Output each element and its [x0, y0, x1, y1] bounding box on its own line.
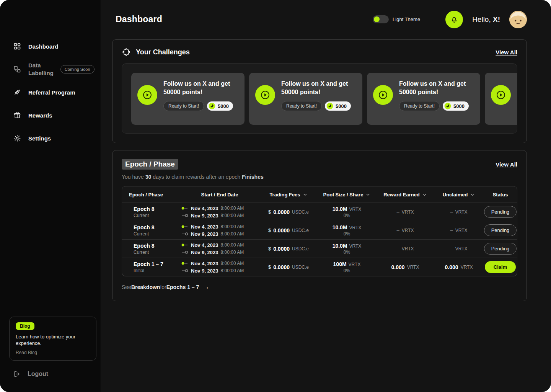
reward-value: –	[396, 209, 399, 215]
challenge-status-badge: Ready to Start!	[399, 101, 440, 111]
sidebar-item-dashboard[interactable]: Dashboard	[0, 38, 101, 55]
play-button[interactable]	[491, 85, 511, 105]
reward-unit: VRTX	[402, 209, 414, 215]
sidebar: Dashboard Data Labelling Coming Soon Ref…	[0, 0, 101, 392]
greeting: Hello, X!	[472, 15, 500, 24]
challenge-text: Follow us on X and get 50000 points!	[517, 80, 517, 96]
fee-currency: $	[268, 209, 271, 215]
fee-currency: $	[268, 246, 271, 252]
epoch-table-row: Epoch 8 Current Nov 4, 2023 8:00:00 AM N…	[122, 221, 517, 239]
pool-unit: VRTX	[349, 225, 362, 230]
epoch-table-footer: See Breakdown for Epochs 1 – 7 →	[122, 283, 517, 291]
start-time: 8:00:00 AM	[221, 261, 244, 266]
col-epoch-phase: Epoch / Phase	[122, 192, 179, 198]
reward-unit: VRTX	[407, 265, 419, 270]
play-button[interactable]	[373, 85, 393, 105]
challenge-card[interactable]: Follow us on X and get 50000 points! Rea…	[131, 73, 245, 125]
challenge-status-badge: Ready to Start!	[281, 101, 322, 111]
arrow-right-icon[interactable]: →	[203, 283, 209, 291]
challenge-points-badge: 5000	[207, 101, 233, 111]
challenge-text: Follow us on X and get 50000 points!	[163, 80, 236, 96]
subtitle-finishes: Finishes	[242, 174, 264, 180]
puzzle-icon	[122, 47, 131, 57]
pool-share: 0%	[344, 213, 350, 218]
fee-unit: USDC.e	[292, 209, 309, 215]
epoch-table: Epoch / Phase Start / End Date Trading F…	[122, 186, 517, 276]
epoch-name: Epoch 8	[134, 224, 154, 230]
theme-toggle-group: Light Theme	[373, 15, 420, 23]
start-date-icon	[181, 225, 189, 229]
challenges-header: Your Challenges View All	[122, 47, 517, 57]
challenges-carousel[interactable]: Follow us on X and get 50000 points! Rea…	[122, 63, 517, 134]
reward-unit: VRTX	[402, 246, 414, 252]
footer-text: for	[160, 284, 166, 290]
theme-toggle-label: Light Theme	[393, 16, 420, 22]
col-unclaimed[interactable]: Unclaimed	[434, 192, 484, 198]
read-blog-link[interactable]: Read Blog	[16, 350, 37, 355]
challenge-card[interactable]: Follow us on X and get 50000 points! Rea…	[485, 73, 517, 125]
unclaimed-value: –	[450, 209, 453, 215]
reward-value: –	[396, 227, 399, 233]
pool-unit: VRTX	[349, 243, 362, 249]
unclaimed-value: –	[450, 227, 453, 233]
app-window: Dashboard Data Labelling Coming Soon Ref…	[0, 0, 551, 392]
epoch-name: Epoch 1 – 7	[134, 261, 163, 267]
unclaimed-value: 0.000	[445, 264, 458, 270]
play-icon	[378, 90, 388, 100]
footer-breakdown: Breakdown	[131, 284, 160, 290]
fee-unit: USDC.e	[292, 265, 309, 270]
end-date-icon	[181, 269, 189, 273]
avatar[interactable]	[509, 11, 527, 28]
status-pending-button[interactable]: Pending	[484, 206, 517, 218]
epoch-header: Epoch / Phase View All	[122, 159, 517, 170]
sidebar-item-label: Rewards	[28, 112, 52, 119]
dashboard-grid-icon	[13, 42, 21, 51]
epoch-table-row: Epoch 8 Current Nov 4, 2023 8:00:00 AM N…	[122, 239, 517, 258]
notifications-button[interactable]	[445, 11, 463, 28]
start-time: 8:00:00 AM	[221, 242, 244, 248]
challenges-view-all-link[interactable]: View All	[496, 49, 517, 56]
sidebar-item-referral-program[interactable]: Referral Program	[0, 83, 101, 101]
pool-share: 0%	[344, 250, 350, 255]
fee-currency: $	[268, 227, 271, 233]
logout-button[interactable]: Logout	[0, 370, 101, 378]
play-icon	[260, 90, 271, 100]
end-date-icon	[181, 250, 189, 254]
play-button[interactable]	[255, 85, 275, 105]
sidebar-item-settings[interactable]: Settings	[0, 129, 101, 147]
start-time: 8:00:00 AM	[221, 224, 244, 229]
challenge-card[interactable]: Follow us on X and get 50000 points! Rea…	[367, 73, 480, 125]
start-date: Nov 4, 2023	[191, 242, 218, 248]
sidebar-item-data-labelling[interactable]: Data Labelling Coming Soon	[0, 60, 101, 78]
end-time: 8:00:00 AM	[221, 250, 244, 255]
epoch-phase: Current	[134, 250, 149, 255]
epoch-view-all-link[interactable]: View All	[496, 161, 517, 168]
status-pending-button[interactable]: Pending	[484, 243, 517, 255]
epoch-title: Epoch / Phase	[122, 159, 178, 170]
end-date-icon	[181, 232, 189, 236]
logout-label: Logout	[28, 371, 48, 377]
fee-unit: USDC.e	[292, 228, 309, 233]
end-time: 8:00:00 AM	[221, 213, 244, 218]
play-button[interactable]	[137, 85, 157, 105]
col-trading-fees[interactable]: Trading Fees	[260, 192, 317, 198]
col-pool-size-share[interactable]: Pool Size / Share	[317, 192, 377, 198]
data-labelling-icon	[13, 65, 21, 74]
sidebar-item-rewards[interactable]: Rewards	[0, 106, 101, 124]
theme-toggle[interactable]	[373, 15, 389, 23]
reward-value: –	[396, 246, 399, 252]
pool-value: 10.0M	[333, 243, 347, 249]
unclaimed-unit: VRTX	[455, 228, 468, 233]
challenge-card[interactable]: Follow us on X and get 50000 points! Rea…	[249, 73, 362, 125]
col-reward-earned[interactable]: Reward Earned	[377, 192, 434, 198]
main-content: Dashboard Light Theme Hello, X!	[101, 0, 551, 392]
claim-button[interactable]: Claim	[485, 261, 516, 273]
end-time: 8:00:00 AM	[221, 268, 244, 273]
footer-text: See	[122, 284, 131, 290]
status-pending-button[interactable]: Pending	[484, 224, 517, 236]
epoch-table-row: Epoch 8 Current Nov 4, 2023 8:00:00 AM N…	[122, 203, 517, 221]
pool-share: 0%	[344, 268, 350, 273]
pool-value: 10.0M	[333, 224, 347, 230]
fee-unit: USDC.e	[292, 246, 309, 252]
theme-toggle-knob	[374, 16, 380, 22]
